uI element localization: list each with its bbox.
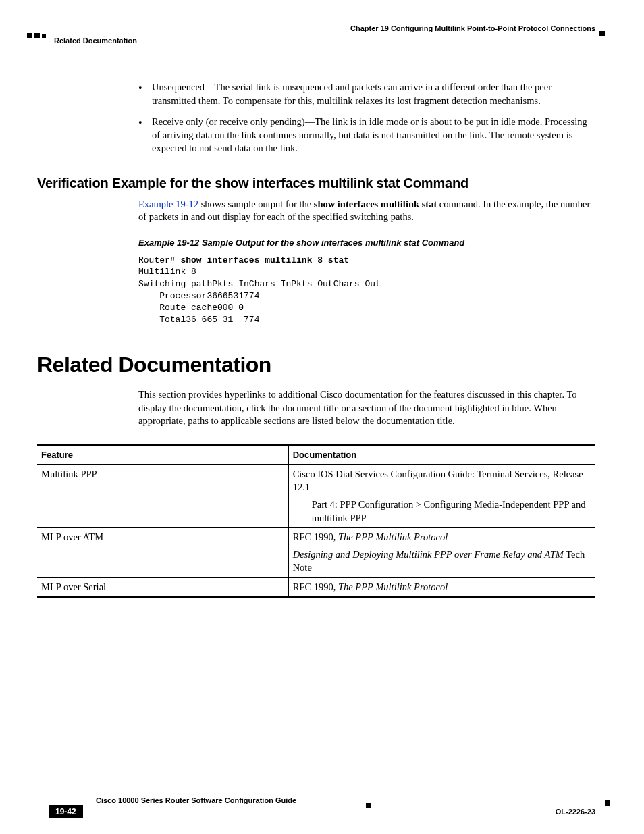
doc-line2-italic: Designing and Deploying Multilink PPP ov… [293,549,564,560]
table-row: Multilink PPP Cisco IOS Dial Services Co… [37,465,595,528]
col-feature: Feature [37,445,288,465]
page-number: 19-42 [49,805,83,818]
code-command: show interfaces multilink 8 stat [180,255,349,265]
doc-sub: Part 4: PPP Configuration > Configuring … [293,498,591,525]
text: This section provides hyperlinks to addi… [138,388,595,428]
cell-feature: MLP over ATM [37,528,288,578]
page-footer: Cisco 10000 Series Router Software Confi… [49,796,595,820]
verification-heading: Verification Example for the show interf… [37,176,595,191]
cell-documentation: RFC 1990, The PPP Multilink Protocol Des… [288,528,595,578]
cell-documentation: RFC 1990, The PPP Multilink Protocol [288,577,595,597]
bullet-list: Unsequenced—The serial link is unsequenc… [138,81,595,155]
doc-main: Cisco IOS Dial Services Configuration Gu… [293,469,583,493]
header-rule [27,34,595,34]
footer-endcap-icon [605,800,610,806]
verification-paragraph: Example 19-12 shows sample output for th… [138,198,595,224]
code-block: Router# show interfaces multilink 8 stat… [138,255,595,325]
code-line: Route cache000 0 [138,303,244,313]
related-paragraph: This section provides hyperlinks to addi… [138,388,595,428]
related-heading: Related Documentation [37,353,595,377]
cell-feature: MLP over Serial [37,577,288,597]
doc-line2: Designing and Deploying Multilink PPP ov… [293,548,591,575]
header-chapter: Chapter 19 Configuring Multilink Point-t… [27,24,595,32]
bullet-item: Receive only (or receive only pending)—T… [138,115,595,155]
command-bold: show interfaces multilink stat [314,199,437,209]
cell-feature: Multilink PPP [37,465,288,528]
code-line: Multilink 8 [138,267,196,277]
square-icon [34,33,40,38]
table-row: MLP over ATM RFC 1990, The PPP Multilink… [37,528,595,578]
footer-rule-wrap: 19-42 OL-2226-23 [49,806,595,820]
code-line: Processor3666531774 [138,291,259,301]
doc-line1-pre: RFC 1990, [293,581,338,592]
cell-documentation: Cisco IOS Dial Services Configuration Gu… [288,465,595,528]
text: shows sample output for the [198,199,314,209]
code-prompt: Router# [138,255,180,265]
code-line: Total36 665 31 774 [138,315,259,325]
doc-line1-italic: The PPP Multilink Protocol [338,531,448,542]
footer-rule [49,806,595,806]
header-endcap-icon [599,31,605,36]
header-section: Related Documentation [54,36,137,45]
footer-midcap-icon [366,803,371,808]
page-header: Chapter 19 Configuring Multilink Point-t… [27,24,595,32]
table-row: MLP over Serial RFC 1990, The PPP Multil… [37,577,595,597]
col-documentation: Documentation [288,445,595,465]
square-icon [42,34,46,38]
doc-line1-pre: RFC 1990, [293,531,338,542]
header-square-icons [27,33,46,38]
doc-line1-italic: The PPP Multilink Protocol [338,581,448,592]
example-link[interactable]: Example 19-12 [138,199,198,209]
footer-title: Cisco 10000 Series Router Software Confi… [96,796,595,804]
footer-ol: OL-2226-23 [556,808,595,816]
square-icon [27,33,32,38]
documentation-table: Feature Documentation Multilink PPP Cisc… [37,444,595,598]
bullet-item: Unsequenced—The serial link is unsequenc… [138,81,595,107]
code-line: Switching pathPkts InChars InPkts OutCha… [138,279,381,289]
example-title: Example 19-12 Sample Output for the show… [138,238,595,248]
content-area: Unsequenced—The serial link is unsequenc… [37,81,595,598]
